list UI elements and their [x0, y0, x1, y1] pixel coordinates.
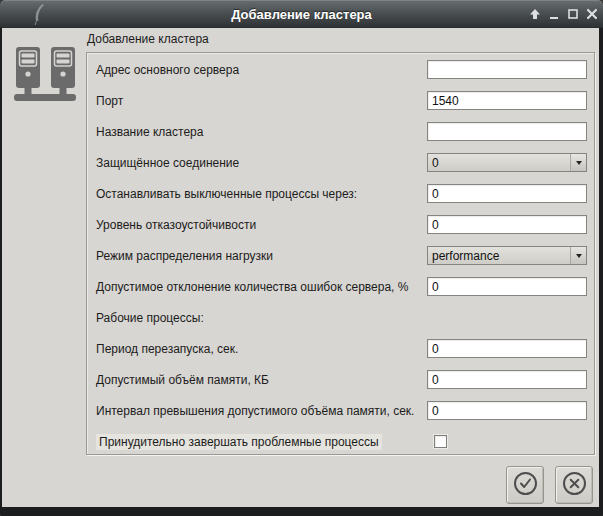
form-row: Допустимый объём памяти, КБ: [96, 370, 587, 389]
dialog-content: Добавление кластера Адрес основного серв…: [2, 28, 599, 507]
load-balancing-mode-select[interactable]: performance: [427, 246, 587, 265]
form-row: Период перезапуска, сек.: [96, 339, 587, 358]
server-address-input[interactable]: [427, 60, 587, 79]
cluster-name-input[interactable]: [427, 122, 587, 141]
check-circle-icon: [512, 470, 539, 500]
field-label: Порт: [96, 94, 123, 108]
ok-button[interactable]: [506, 466, 544, 504]
stop-disabled-processes-input[interactable]: [427, 184, 587, 203]
group-title: Добавление кластера: [87, 32, 209, 48]
maximize-button[interactable]: [564, 5, 582, 23]
field-label: Уровень отказоустойчивости: [96, 218, 256, 232]
selected-value: 0: [428, 156, 570, 170]
dropdown-button[interactable]: [570, 247, 586, 264]
cluster-form: Адрес основного сервера Порт Название кл…: [86, 52, 595, 455]
form-row: Допустимое отклонение количества ошибок …: [96, 277, 587, 296]
field-label: Режим распределения нагрузки: [96, 249, 273, 263]
dropdown-button[interactable]: [570, 154, 586, 171]
section-label: Рабочие процессы:: [96, 311, 204, 325]
field-label: Период перезапуска, сек.: [96, 342, 238, 356]
form-section-row: Рабочие процессы:: [96, 308, 587, 327]
maximize-icon: [567, 8, 579, 20]
form-row: Уровень отказоустойчивости: [96, 215, 587, 234]
kill-problem-processes-checkbox[interactable]: [434, 435, 447, 448]
chevron-down-icon: [576, 254, 582, 258]
field-label: Принудительно завершать проблемные проце…: [96, 434, 382, 450]
field-label: Допустимое отклонение количества ошибок …: [96, 280, 408, 294]
close-icon: [586, 8, 598, 20]
form-row: Адрес основного сервера: [96, 60, 587, 79]
minimize-icon: [548, 8, 560, 20]
form-row: Останавливать выключенные процессы через…: [96, 184, 587, 203]
dialog-window: Добавление кластера: [0, 0, 603, 516]
form-row: Защищённое соединение 0: [96, 153, 587, 172]
field-label: Останавливать выключенные процессы через…: [96, 187, 357, 201]
cancel-button[interactable]: [555, 466, 593, 504]
fault-tolerance-level-input[interactable]: [427, 215, 587, 234]
server-errors-tolerance-input[interactable]: [427, 277, 587, 296]
restart-period-input[interactable]: [427, 339, 587, 358]
titlebar[interactable]: Добавление кластера: [0, 0, 603, 28]
form-row: Название кластера: [96, 122, 587, 141]
form-row: Принудительно завершать проблемные проце…: [96, 432, 587, 451]
shade-button[interactable]: [526, 5, 544, 23]
form-row: Порт: [96, 91, 587, 110]
x-circle-icon: [561, 470, 588, 500]
form-row: Интервал превышения допустимого объёма п…: [96, 401, 587, 420]
checkbox-frame: [433, 434, 448, 449]
chevron-down-icon: [576, 161, 582, 165]
field-label: Защищённое соединение: [96, 156, 239, 170]
field-label: Интервал превышения допустимого объёма п…: [96, 404, 414, 418]
window-title: Добавление кластера: [0, 0, 603, 28]
selected-value: performance: [428, 249, 570, 263]
close-button[interactable]: [583, 5, 601, 23]
memory-limit-input[interactable]: [427, 370, 587, 389]
up-arrow-icon: [529, 8, 541, 20]
field-label: Название кластера: [96, 125, 203, 139]
checkbox-column: [427, 434, 587, 449]
secure-connection-select[interactable]: 0: [427, 153, 587, 172]
port-input[interactable]: [427, 91, 587, 110]
field-label: Адрес основного сервера: [96, 63, 239, 77]
field-label: Допустимый объём памяти, КБ: [96, 373, 269, 387]
minimize-button[interactable]: [545, 5, 563, 23]
servers-icon: [10, 43, 76, 103]
form-row: Режим распределения нагрузки performance: [96, 246, 587, 265]
memory-excess-interval-input[interactable]: [427, 401, 587, 420]
